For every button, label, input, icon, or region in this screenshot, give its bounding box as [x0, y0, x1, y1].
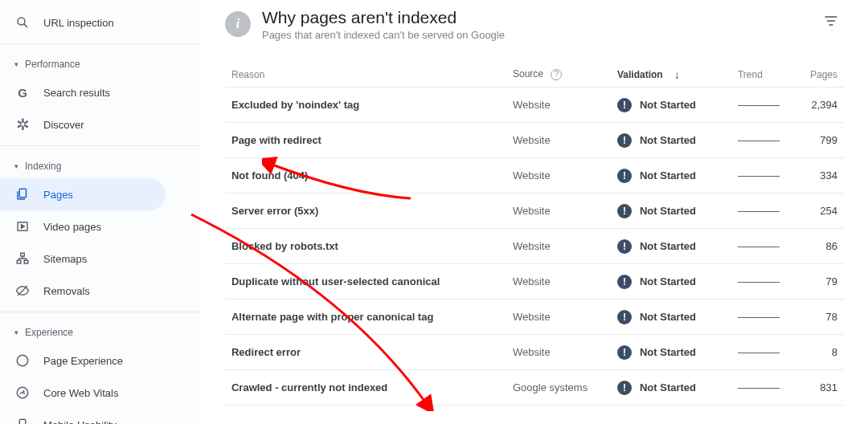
page-exp-icon: [14, 353, 31, 369]
info-icon: i: [225, 11, 251, 37]
filter-button[interactable]: [818, 8, 844, 36]
cell-pages: 8: [810, 346, 837, 358]
status-icon: !: [617, 310, 632, 324]
sidebar-item-core-web-vitals[interactable]: Core Web Vitals: [0, 377, 166, 409]
cell-trend: [738, 243, 810, 251]
cell-reason: Blocked by robots.txt: [231, 240, 513, 252]
cell-trend: [738, 313, 810, 321]
sidebar-item-url-inspection[interactable]: URL inspection: [0, 6, 166, 39]
svg-rect-2: [19, 189, 26, 198]
table-row[interactable]: Blocked by robots.txtWebsite!Not Started…: [225, 229, 844, 264]
sidebar-item-search-results[interactable]: G Search results: [0, 76, 166, 108]
cell-reason: Redirect error: [231, 346, 513, 358]
sparkline: [738, 349, 780, 357]
cell-source: Website: [513, 240, 617, 252]
svg-rect-5: [21, 253, 25, 256]
svg-rect-16: [827, 20, 835, 22]
status-icon: !: [617, 381, 632, 395]
cell-pages: 79: [810, 275, 837, 287]
table-body: Excluded by 'noindex' tagWebsite!Not Sta…: [225, 88, 844, 406]
sidebar-item-removals[interactable]: Removals: [0, 275, 166, 307]
cell-source: Website: [513, 169, 617, 181]
cell-validation: !Not Started: [617, 310, 738, 324]
status-icon: !: [617, 239, 632, 254]
cell-reason: Duplicate without user-selected canonica…: [231, 275, 513, 287]
table-row[interactable]: Excluded by 'noindex' tagWebsite!Not Sta…: [225, 88, 844, 123]
cell-pages: 799: [810, 134, 837, 146]
cell-trend: [738, 278, 810, 286]
table-row[interactable]: Not found (404)Website!Not Started334: [225, 158, 844, 194]
cell-validation: !Not Started: [617, 204, 738, 218]
main-content: i Why pages aren't indexed Pages that ar…: [201, 0, 868, 424]
cell-source: Website: [513, 311, 617, 323]
page-header: i Why pages aren't indexed Pages that ar…: [225, 8, 844, 41]
col-pages[interactable]: Pages: [810, 69, 837, 80]
svg-rect-17: [829, 24, 833, 26]
sidebar-item-video-pages[interactable]: Video pages: [0, 210, 166, 243]
cell-validation: !Not Started: [617, 381, 738, 395]
status-icon: !: [617, 169, 632, 183]
cell-trend: [738, 137, 810, 145]
divider: [0, 43, 201, 44]
cell-source: Website: [513, 275, 617, 287]
table-row[interactable]: Page with redirectWebsite!Not Started799: [225, 123, 844, 158]
sparkline: [738, 384, 780, 392]
cell-reason: Alternate page with proper canonical tag: [231, 311, 513, 323]
cell-trend: [738, 384, 810, 392]
sidebar-item-pages[interactable]: Pages: [0, 178, 166, 210]
sidebar-section-indexing[interactable]: ▾ Indexing: [0, 151, 201, 178]
sidebar-item-mobile-usability[interactable]: Mobile Usability: [0, 409, 166, 424]
help-icon[interactable]: ?: [551, 69, 562, 80]
cell-trend: [738, 101, 810, 109]
table-row[interactable]: Redirect errorWebsite!Not Started8: [225, 335, 844, 370]
sidebar-item-label: Pages: [43, 189, 73, 201]
table-row[interactable]: Server error (5xx)Website!Not Started254: [225, 194, 844, 229]
g-icon: G: [14, 84, 31, 100]
page-subtitle: Pages that aren't indexed can't be serve…: [262, 29, 505, 41]
svg-rect-6: [17, 260, 21, 263]
cell-reason: Server error (5xx): [231, 205, 513, 217]
svg-rect-15: [825, 16, 837, 18]
cell-validation: !Not Started: [617, 345, 738, 360]
col-validation[interactable]: Validation ↓: [617, 68, 738, 81]
chevron-down-icon: ▾: [14, 328, 18, 336]
status-icon: !: [617, 345, 632, 360]
sparkline: [738, 207, 780, 215]
sidebar-item-sitemaps[interactable]: Sitemaps: [0, 243, 166, 275]
table-row[interactable]: Duplicate without user-selected canonica…: [225, 264, 844, 300]
svg-rect-12: [19, 419, 26, 424]
page-title: Why pages aren't indexed: [262, 8, 505, 27]
col-reason[interactable]: Reason: [231, 69, 513, 80]
cell-reason: Page with redirect: [231, 134, 513, 146]
sidebar-item-discover[interactable]: ✲ Discover: [0, 108, 166, 141]
sidebar-section-performance[interactable]: ▾ Performance: [0, 49, 201, 76]
sidebar-item-page-experience[interactable]: Page Experience: [0, 344, 166, 377]
pages-icon: [14, 186, 31, 202]
cell-source: Website: [513, 346, 617, 358]
cell-pages: 78: [810, 311, 837, 323]
sparkline: [738, 243, 780, 251]
section-label: Experience: [25, 327, 73, 338]
cell-reason: Excluded by 'noindex' tag: [231, 99, 513, 111]
sidebar-item-label: URL inspection: [43, 17, 114, 29]
sidebar-item-label: Mobile Usability: [43, 419, 117, 425]
sidebar-section-experience[interactable]: ▾ Experience: [0, 317, 201, 344]
status-icon: !: [617, 275, 632, 289]
sparkline: [738, 172, 780, 180]
divider: [0, 312, 201, 312]
cell-validation: !Not Started: [617, 275, 738, 289]
cell-pages: 2,394: [810, 99, 837, 111]
sidebar-item-label: Search results: [43, 87, 110, 99]
table-row[interactable]: Crawled - currently not indexedGoogle sy…: [225, 370, 844, 406]
svg-marker-4: [22, 225, 25, 229]
cell-source: Google systems: [513, 381, 617, 393]
sidebar-item-label: Discover: [43, 119, 84, 131]
cell-trend: [738, 349, 810, 357]
col-source[interactable]: Source ?: [513, 68, 617, 80]
section-label: Indexing: [25, 161, 61, 172]
col-trend[interactable]: Trend: [738, 69, 810, 80]
table-row[interactable]: Alternate page with proper canonical tag…: [225, 300, 844, 335]
asterisk-icon: ✲: [14, 116, 31, 132]
cell-source: Website: [513, 205, 617, 217]
mobile-icon: [14, 417, 31, 424]
